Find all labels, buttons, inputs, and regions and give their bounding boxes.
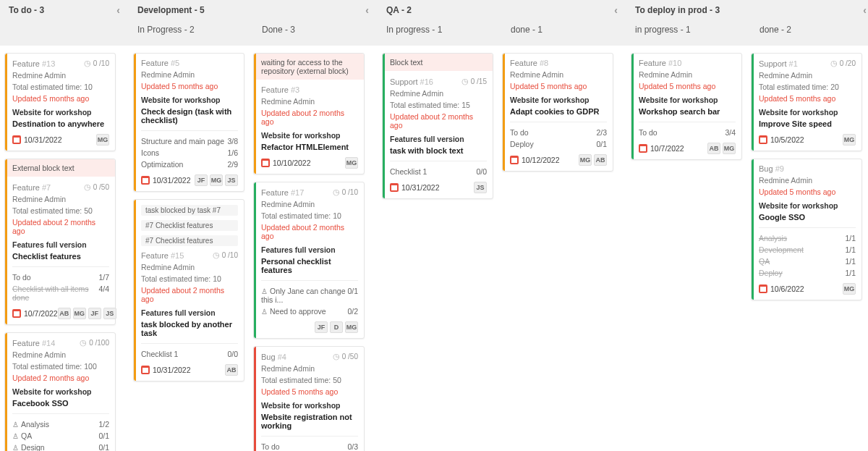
estimated-time: Total estimated time: 15 <box>390 101 487 109</box>
block-chip: #7 Checklist features <box>141 220 238 231</box>
checklist-row: Deploy1/1 <box>759 269 856 277</box>
issue-id: #15 <box>171 251 184 260</box>
avatar[interactable]: AB <box>594 154 607 166</box>
card-footer: 10/31/2022MG <box>12 134 109 146</box>
chevron-left-icon[interactable]: ‹ <box>863 4 867 16</box>
author: Redmine Admin <box>759 71 856 80</box>
chevron-left-icon[interactable]: ‹ <box>614 4 618 16</box>
lane-header[interactable]: To do - 3‹ <box>0 0 129 20</box>
issue-id: #7 <box>42 183 51 192</box>
avatar[interactable]: MG <box>96 134 109 146</box>
checklist-row: Deploy0/1 <box>510 140 607 148</box>
issue-card[interactable]: Feature #140 /100Redmine AdminTotal esti… <box>4 332 116 451</box>
card-top-row: Feature #8 <box>510 59 607 67</box>
avatar[interactable]: JS <box>225 174 238 186</box>
avatar[interactable]: MG <box>723 143 736 154</box>
avatar[interactable]: JF <box>88 308 101 319</box>
issue-card[interactable]: Support #10 /20Redmine AdminTotal estima… <box>751 53 862 151</box>
author: Redmine Admin <box>759 176 856 185</box>
avatar[interactable]: MG <box>843 134 856 146</box>
avatar[interactable]: AB <box>707 143 720 154</box>
due-date: 10/7/2022 <box>12 309 58 318</box>
issue-card[interactable]: Feature #8Redmine AdminUpdated 5 months … <box>502 53 613 172</box>
cards-column: Feature #130 /10Redmine AdminTotal estim… <box>0 46 120 451</box>
issue-subject: Destination to anywhere <box>12 119 109 128</box>
card-footer: 10/12/2022MGAB <box>510 154 607 166</box>
clock-icon <box>333 352 340 361</box>
issue-subject: Personal checklist features <box>261 257 358 274</box>
avatar[interactable]: MG <box>843 283 856 295</box>
checklist-row: To do2/3 <box>510 128 607 137</box>
issue-card[interactable]: Feature #130 /10Redmine AdminTotal estim… <box>4 53 116 151</box>
card-top-row: Feature #140 /100 <box>12 338 109 347</box>
card-top-row: Feature #5 <box>141 59 238 67</box>
sublane-header[interactable]: In Progress - 2 <box>129 20 253 39</box>
lane-title: To deploy in prod - 3 <box>635 5 720 15</box>
updated-ago: Updated about 2 months ago <box>390 112 487 130</box>
sublane-header[interactable]: In progress - 1 <box>378 20 502 39</box>
card-footer: 10/7/2022ABMGJFJS <box>12 308 109 319</box>
issue-id: #13 <box>42 59 55 68</box>
project-name: Features full version <box>12 240 109 249</box>
calendar-icon <box>12 135 21 144</box>
avatar[interactable]: JF <box>315 321 328 333</box>
card-footer: 10/31/2022AB <box>141 364 238 376</box>
issue-card[interactable]: Feature #10Redmine AdminUpdated 5 months… <box>631 53 742 160</box>
issue-card[interactable]: task blocked by task #7#7 Checklist feat… <box>133 199 244 382</box>
avatar[interactable]: JF <box>195 174 208 186</box>
lane-header[interactable]: QA - 2‹ <box>378 0 626 20</box>
time-progress: 0 /10 <box>84 59 109 68</box>
assignees: AB <box>225 364 238 376</box>
author: Redmine Admin <box>12 195 109 203</box>
sublane-header[interactable]: in progress - 1 <box>626 20 751 39</box>
estimated-time: Total estimated time: 20 <box>759 83 856 91</box>
sublane-header[interactable]: done - 1 <box>502 20 626 39</box>
avatar[interactable]: MG <box>579 154 592 166</box>
issue-card[interactable]: Block textSupport #160 /15Redmine AdminT… <box>382 53 493 199</box>
author: Redmine Admin <box>261 364 358 373</box>
sublane-header[interactable]: Done - 3 <box>253 20 378 39</box>
time-progress: 0 /50 <box>333 352 358 361</box>
updated-ago: Updated about 2 months ago <box>261 109 358 126</box>
chevron-left-icon[interactable]: ‹ <box>116 4 120 16</box>
issue-id: #17 <box>291 188 304 197</box>
author: Redmine Admin <box>510 70 607 79</box>
kanban-board: To do - 3‹Feature #130 /10Redmine AdminT… <box>0 0 868 451</box>
avatar[interactable]: D <box>330 321 343 333</box>
tracker: Feature <box>261 188 289 197</box>
lane-header[interactable]: Development - 5‹ <box>129 0 378 20</box>
avatar[interactable]: AB <box>225 364 238 376</box>
issue-card[interactable]: Bug #9Redmine AdminUpdated 5 months agoW… <box>751 159 862 300</box>
avatar[interactable]: JS <box>474 182 487 193</box>
avatar[interactable]: MG <box>345 157 358 169</box>
author: Redmine Admin <box>12 350 109 359</box>
avatar[interactable]: MG <box>73 308 86 319</box>
avatar[interactable]: AB <box>58 308 71 319</box>
clock-icon <box>333 187 340 197</box>
project-name: Website for workshop <box>12 108 109 117</box>
lane-header[interactable]: To deploy in prod - 3‹ <box>626 0 868 20</box>
issue-card[interactable]: External block textFeature #70 /50Redmin… <box>4 159 116 325</box>
assignees: MG <box>843 283 856 295</box>
estimated-time: Total estimated time: 100 <box>12 362 109 371</box>
issue-subject: Refactor HTMLElement <box>261 143 358 151</box>
sublane-header[interactable]: done - 2 <box>751 20 868 39</box>
issue-card[interactable]: Feature #5Redmine AdminUpdated 5 months … <box>133 53 244 192</box>
issue-card[interactable]: Bug #40 /50Redmine AdminTotal estimated … <box>253 346 365 451</box>
checklist-row: Only Jane can change this i...0/1 <box>261 287 358 304</box>
avatar[interactable]: MG <box>345 321 358 333</box>
issue-subject: Improve Site speed <box>759 119 856 128</box>
avatar[interactable]: MG <box>210 174 223 186</box>
issue-card[interactable]: Feature #170 /10Redmine AdminTotal estim… <box>253 182 365 339</box>
avatar[interactable]: JS <box>103 308 116 319</box>
tracker: Bug <box>261 353 276 361</box>
chevron-left-icon[interactable]: ‹ <box>365 4 369 16</box>
issue-card[interactable]: waiting for access to the repository (ex… <box>253 53 365 174</box>
time-progress: 0 /10 <box>213 250 238 260</box>
issue-subject: Adapt cookies to GDPR <box>510 107 607 116</box>
due-date: 10/31/2022 <box>141 366 191 374</box>
issue-id: #9 <box>775 164 784 173</box>
updated-ago: Updated 5 months ago <box>639 82 736 90</box>
due-date: 10/31/2022 <box>141 176 191 185</box>
card-top-row: Feature #10 <box>639 59 736 67</box>
